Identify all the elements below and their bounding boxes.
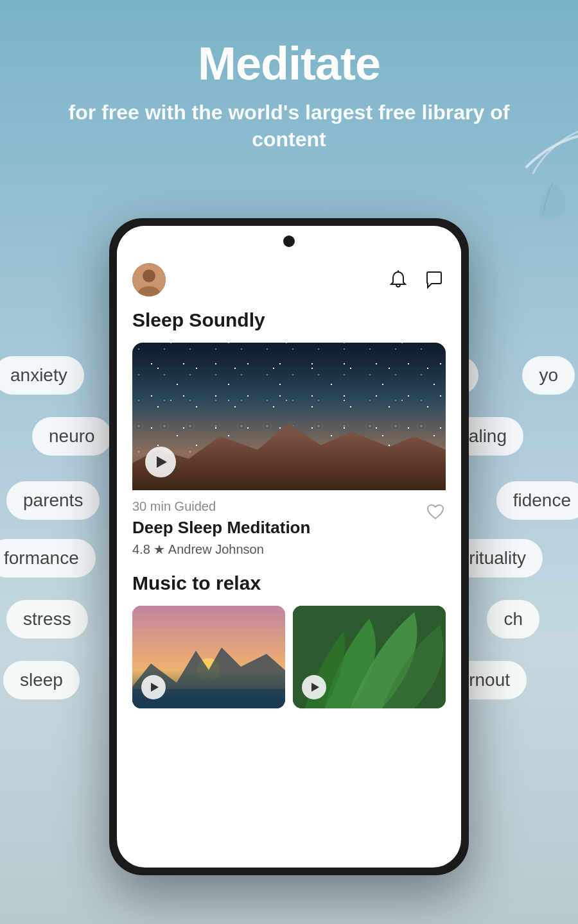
tag-ch[interactable]: ch [487,600,539,638]
phone-inner: Sleep Soundly 30 min Guided Deep Sleep M… [117,226,461,868]
music-section: Music to relax [132,572,446,708]
sleep-card-title: Deep Sleep Meditation [132,518,310,538]
page-subtitle: for free with the world's largest free l… [51,99,527,153]
camera-dot [283,235,295,247]
tag-formance[interactable]: formance [0,539,96,578]
bell-icon[interactable] [387,268,410,291]
sleep-section-title: Sleep Soundly [132,309,446,331]
chat-icon[interactable] [423,268,446,291]
page-title: Meditate [51,38,527,89]
tag-yo[interactable]: yo [522,356,575,395]
music-thumb-1[interactable] [132,606,285,708]
music-thumbnails [132,606,446,708]
tag-neuro[interactable]: neuro [32,417,112,456]
sleep-card-duration: 30 min Guided [132,499,310,514]
tag-sleep[interactable]: sleep [3,661,80,699]
phone-mockup: Sleep Soundly 30 min Guided Deep Sleep M… [109,218,469,875]
sleep-play-button[interactable] [145,447,176,477]
music-play-button-1[interactable] [141,675,166,699]
sleep-card-rating: 4.8 ★ Andrew Johnson [132,542,310,557]
music-thumb-2[interactable] [293,606,446,708]
tag-stress[interactable]: stress [6,600,88,638]
play-icon-1 [151,683,159,692]
play-icon-2 [311,683,319,692]
sleep-card-info: 30 min Guided Deep Sleep Meditation 4.8 … [132,490,446,562]
tag-fidence[interactable]: fidence [496,481,578,520]
avatar-image [132,263,166,296]
music-section-title: Music to relax [132,572,446,594]
top-icons [387,268,446,291]
avatar[interactable] [132,263,166,296]
header-section: Meditate for free with the world's large… [0,0,578,172]
music-play-button-2[interactable] [302,675,326,699]
phone-outer: Sleep Soundly 30 min Guided Deep Sleep M… [109,218,469,875]
play-triangle-icon [157,456,167,468]
tag-parents[interactable]: parents [6,481,100,520]
sleep-card[interactable]: 30 min Guided Deep Sleep Meditation 4.8 … [132,343,446,562]
heart-icon[interactable] [425,502,446,522]
sleep-card-image [132,343,446,490]
deco-leaf-icon [533,180,572,225]
svg-point-1 [143,270,155,282]
app-content: Sleep Soundly 30 min Guided Deep Sleep M… [117,257,461,728]
app-topbar [132,257,446,309]
tag-anxiety[interactable]: anxiety [0,356,84,395]
notch-bar [117,226,461,257]
sleep-card-text: 30 min Guided Deep Sleep Meditation 4.8 … [132,499,310,557]
